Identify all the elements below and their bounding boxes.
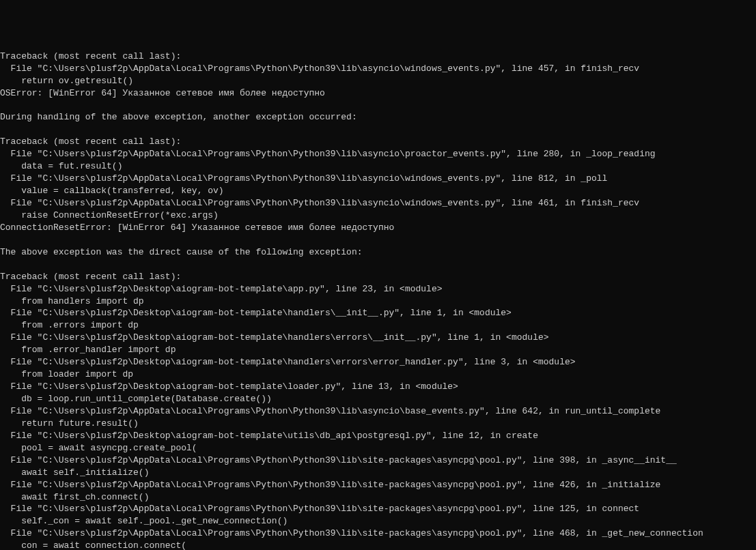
traceback-line: OSError: [WinError 64] Указанное сетевое… (0, 87, 756, 100)
traceback-line: ConnectionResetError: [WinError 64] Указ… (0, 222, 756, 234)
traceback-line: File "C:\Users\plusf2p\AppData\Local\Pro… (0, 527, 756, 540)
traceback-line: File "C:\Users\plusf2p\AppData\Local\Pro… (0, 454, 756, 467)
terminal-output: Traceback (most recent call last): File … (0, 49, 756, 550)
traceback-line: return future.result() (0, 418, 756, 430)
traceback-line: Traceback (most recent call last): (0, 50, 756, 63)
traceback-line: File "C:\Users\plusf2p\AppData\Local\Pro… (0, 405, 756, 418)
traceback-line (0, 234, 756, 246)
traceback-line: con = await connection.connect( (0, 540, 756, 550)
traceback-line: return ov.getresult() (0, 75, 756, 87)
traceback-line: self._con = await self._pool._get_new_co… (0, 515, 756, 527)
traceback-line: db = loop.run_until_complete(Database.cr… (0, 393, 756, 405)
traceback-line: Traceback (most recent call last): (0, 136, 756, 148)
traceback-line: raise ConnectionResetError(*exc.args) (0, 209, 756, 222)
traceback-line: data = fut.result() (0, 160, 756, 173)
traceback-line: File "C:\Users\plusf2p\AppData\Local\Pro… (0, 63, 756, 75)
traceback-line: File "C:\Users\plusf2p\AppData\Local\Pro… (0, 197, 756, 209)
traceback-line (0, 259, 756, 271)
traceback-line: File "C:\Users\plusf2p\AppData\Local\Pro… (0, 148, 756, 160)
traceback-line: await first_ch.connect() (0, 491, 756, 504)
traceback-line: from loader import dp (0, 368, 756, 381)
traceback-line: File "C:\Users\plusf2p\Desktop\aiogram-b… (0, 332, 756, 344)
traceback-line: value = callback(transferred, key, ov) (0, 185, 756, 197)
traceback-line: pool = await asyncpg.create_pool( (0, 442, 756, 454)
traceback-line: During handling of the above exception, … (0, 111, 756, 124)
traceback-line: File "C:\Users\plusf2p\Desktop\aiogram-b… (0, 430, 756, 442)
traceback-line: File "C:\Users\plusf2p\Desktop\aiogram-b… (0, 307, 756, 319)
traceback-line: File "C:\Users\plusf2p\Desktop\aiogram-b… (0, 283, 756, 295)
traceback-line: File "C:\Users\plusf2p\AppData\Local\Pro… (0, 479, 756, 491)
traceback-line: File "C:\Users\plusf2p\Desktop\aiogram-b… (0, 381, 756, 393)
traceback-line: File "C:\Users\plusf2p\Desktop\aiogram-b… (0, 356, 756, 368)
traceback-line (0, 100, 756, 112)
traceback-line: File "C:\Users\plusf2p\AppData\Local\Pro… (0, 173, 756, 185)
traceback-line: from handlers import dp (0, 295, 756, 308)
traceback-line: File "C:\Users\plusf2p\AppData\Local\Pro… (0, 503, 756, 515)
traceback-line: await self._initialize() (0, 467, 756, 479)
traceback-line: The above exception was the direct cause… (0, 246, 756, 259)
traceback-line (0, 124, 756, 136)
traceback-line: from .errors import dp (0, 319, 756, 332)
traceback-line: from .error_handler import dp (0, 344, 756, 356)
traceback-line: Traceback (most recent call last): (0, 271, 756, 283)
